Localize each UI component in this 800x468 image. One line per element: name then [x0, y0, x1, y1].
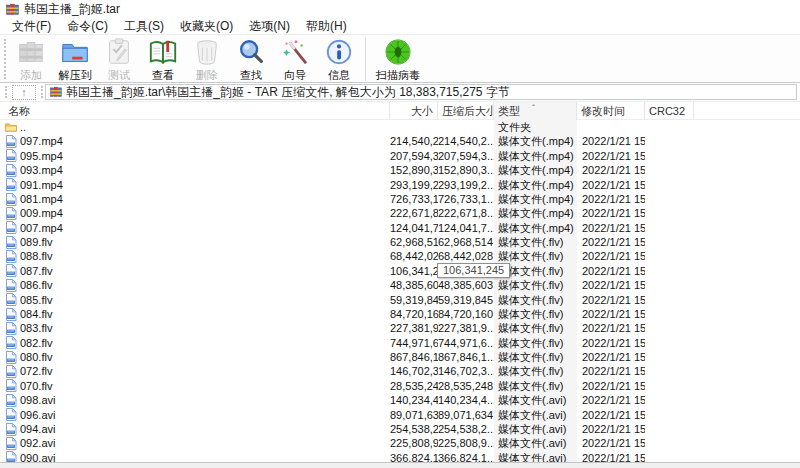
- delete-button[interactable]: 删除: [185, 35, 229, 83]
- file-row[interactable]: 096.avi89,071,63489,071,634媒体文件(.avi)202…: [0, 408, 800, 422]
- file-modified-cell: 2022/1/21 15...: [577, 364, 645, 378]
- file-row[interactable]: 081.mp4726,733,1...726,733,1...媒体文件(.mp4…: [0, 192, 800, 206]
- file-row[interactable]: 083.flv227,381,9...227,381,9...媒体文件(.flv…: [0, 321, 800, 335]
- file-type-cell: 媒体文件(.mp4): [494, 192, 577, 206]
- file-row[interactable]: 088.flv68,442,02868,442,028媒体文件(.flv)202…: [0, 249, 800, 263]
- file-type-cell: 媒体文件(.mp4): [494, 221, 577, 235]
- menu-item-file[interactable]: 文件(F): [4, 18, 59, 35]
- file-name-cell: 080.flv: [0, 350, 390, 364]
- file-packed-cell: 68,442,028: [438, 249, 494, 263]
- file-packed-cell: 152,890,3...: [438, 163, 494, 177]
- file-row[interactable]: 089.flv62,968,51462,968,514媒体文件(.flv)202…: [0, 235, 800, 249]
- media-file-icon: [5, 379, 17, 392]
- file-name-cell: 083.flv: [0, 321, 390, 335]
- file-type-cell: 文件夹: [494, 120, 577, 134]
- winrar-icon: [6, 3, 19, 16]
- file-name: 095.mp4: [20, 149, 63, 163]
- menu-item-tools[interactable]: 工具(S): [116, 18, 172, 35]
- column-header-name[interactable]: 名称: [0, 102, 390, 120]
- file-crc-cell: [645, 379, 694, 393]
- file-row[interactable]: 097.mp4214,540,2...214,540,2...媒体文件(.mp4…: [0, 134, 800, 148]
- file-row[interactable]: 091.mp4293,199,2...293,199,2...媒体文件(.mp4…: [0, 178, 800, 192]
- file-type-cell: 媒体文件(.flv): [494, 249, 577, 263]
- file-crc-cell: [645, 192, 694, 206]
- file-row[interactable]: 093.mp4152,890,3...152,890,3...媒体文件(.mp4…: [0, 163, 800, 177]
- menu-item-options[interactable]: 选项(N): [241, 18, 298, 35]
- view-button[interactable]: 查看: [141, 35, 185, 83]
- file-crc-cell: [645, 163, 694, 177]
- file-row[interactable]: ..文件夹: [0, 120, 800, 134]
- file-modified-cell: 2022/1/21 15...: [577, 249, 645, 263]
- file-crc-cell: [645, 221, 694, 235]
- file-name: 089.flv: [20, 235, 52, 249]
- delete-button-label: 删除: [196, 68, 218, 83]
- file-row[interactable]: 092.avi225,808,9...225,808,9...媒体文件(.avi…: [0, 436, 800, 450]
- file-name-cell: 092.avi: [0, 436, 390, 450]
- file-filler-cell: [694, 408, 800, 422]
- file-row[interactable]: 085.flv59,319,84559,319,845媒体文件(.flv)202…: [0, 293, 800, 307]
- info-button[interactable]: 信息: [317, 35, 361, 83]
- file-name: 098.avi: [20, 393, 55, 407]
- file-size-cell: 207,594,3...: [390, 149, 438, 163]
- column-header-size[interactable]: 大小: [390, 102, 438, 120]
- value-tooltip: 106,341,245: [437, 263, 510, 278]
- extract-to-button[interactable]: 解压到: [53, 35, 97, 83]
- column-header-type[interactable]: 类型 ˆ: [494, 102, 577, 120]
- file-modified-cell: 2022/1/21 15...: [577, 178, 645, 192]
- find-button[interactable]: 查找: [229, 35, 273, 83]
- file-name-cell: 007.mp4: [0, 221, 390, 235]
- address-box[interactable]: 韩国主播_韵姬.tar\韩国主播_韵姬 - TAR 压缩文件, 解包大小为 18…: [45, 84, 797, 100]
- test-button[interactable]: 测试: [97, 35, 141, 83]
- media-file-icon: [5, 164, 17, 177]
- file-name-cell: 086.flv: [0, 278, 390, 292]
- file-row[interactable]: 080.flv867,846,1...867,846,1...媒体文件(.flv…: [0, 350, 800, 364]
- media-file-icon: [5, 437, 17, 450]
- file-type-cell: 媒体文件(.mp4): [494, 149, 577, 163]
- file-row[interactable]: 072.flv146,702,3...146,702,3...媒体文件(.flv…: [0, 364, 800, 378]
- file-name-cell: 095.mp4: [0, 149, 390, 163]
- file-row[interactable]: 087.flv106,341,2...106,341,2...媒体文件(.flv…: [0, 264, 800, 278]
- file-row[interactable]: 086.flv48,385,60348,385,603媒体文件(.flv)202…: [0, 278, 800, 292]
- file-name-cell: 088.flv: [0, 249, 390, 263]
- up-button[interactable]: ↑: [12, 85, 36, 100]
- file-name-cell: 009.mp4: [0, 206, 390, 220]
- column-header-modified[interactable]: 修改时间: [577, 102, 645, 120]
- file-row[interactable]: 084.flv84,720,16084,720,160媒体文件(.flv)202…: [0, 307, 800, 321]
- menu-item-commands[interactable]: 命令(C): [59, 18, 116, 35]
- file-filler-cell: [694, 235, 800, 249]
- file-name: 086.flv: [20, 278, 52, 292]
- file-crc-cell: [645, 336, 694, 350]
- add-button[interactable]: 添加: [9, 35, 53, 83]
- menu-item-favorites[interactable]: 收藏夹(O): [172, 18, 241, 35]
- file-crc-cell: [645, 206, 694, 220]
- file-row[interactable]: 082.flv744,971,6...744,971,6...媒体文件(.flv…: [0, 336, 800, 350]
- file-name-cell: 081.mp4: [0, 192, 390, 206]
- file-size-cell: 140,234,4...: [390, 393, 438, 407]
- scan-virus-button[interactable]: 扫描病毒: [370, 35, 426, 83]
- file-name: 084.flv: [20, 307, 52, 321]
- file-modified-cell: 2022/1/21 15...: [577, 163, 645, 177]
- file-packed-cell: 146,702,3...: [438, 364, 494, 378]
- column-headers: 名称 大小 压缩后大小 类型 ˆ 修改时间 CRC32: [0, 102, 800, 120]
- file-row[interactable]: 009.mp4222,671,8...222,671,8...媒体文件(.mp4…: [0, 206, 800, 220]
- file-modified-cell: 2022/1/21 15...: [577, 192, 645, 206]
- file-packed-cell: 744,971,6...: [438, 336, 494, 350]
- column-header-crc32[interactable]: CRC32: [645, 102, 694, 120]
- file-packed-cell: 84,720,160: [438, 307, 494, 321]
- file-size-cell: 744,971,6...: [390, 336, 438, 350]
- file-row[interactable]: 095.mp4207,594,3...207,594,3...媒体文件(.mp4…: [0, 149, 800, 163]
- file-size-cell: 84,720,160: [390, 307, 438, 321]
- file-size-cell: 254,538,2...: [390, 422, 438, 436]
- media-file-icon: [5, 408, 17, 421]
- file-row[interactable]: 007.mp4124,041,7...124,041,7...媒体文件(.mp4…: [0, 221, 800, 235]
- file-filler-cell: [694, 364, 800, 378]
- file-row[interactable]: 094.avi254,538,2...254,538,2...媒体文件(.avi…: [0, 422, 800, 436]
- scan-virus-icon: [383, 37, 413, 67]
- file-name: 091.mp4: [20, 178, 63, 192]
- file-name: 093.mp4: [20, 163, 63, 177]
- file-row[interactable]: 070.flv28,535,24828,535,248媒体文件(.flv)202…: [0, 379, 800, 393]
- wizard-button[interactable]: 向导: [273, 35, 317, 83]
- file-row[interactable]: 098.avi140,234,4...140,234,4...媒体文件(.avi…: [0, 393, 800, 407]
- column-header-packed[interactable]: 压缩后大小: [438, 102, 494, 120]
- menu-item-help[interactable]: 帮助(H): [298, 18, 355, 35]
